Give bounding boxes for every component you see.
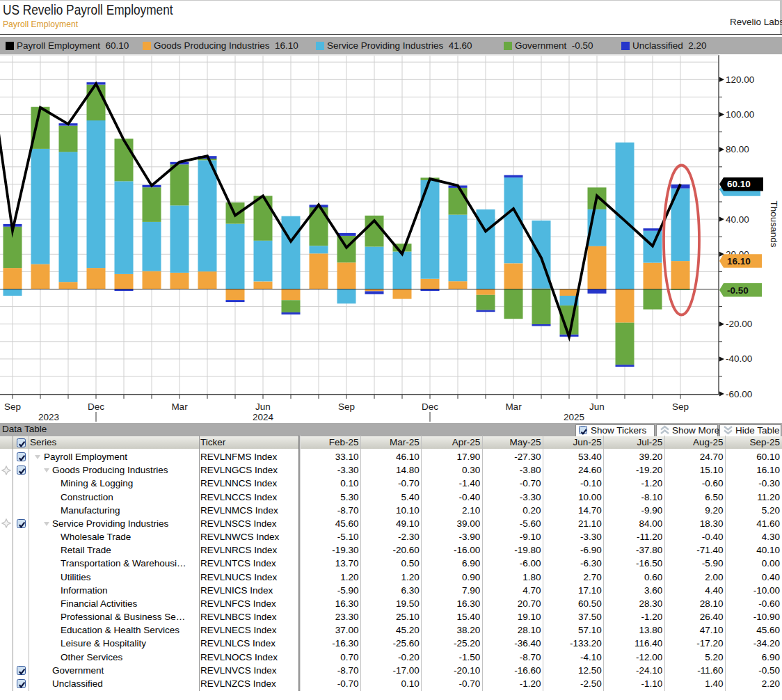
svg-text:-20.00: -20.00	[726, 319, 752, 329]
svg-text:2024: 2024	[253, 412, 274, 422]
svg-text:Mar: Mar	[171, 401, 188, 412]
svg-text:Jun: Jun	[589, 401, 605, 412]
svg-text:Mar: Mar	[505, 401, 522, 412]
svg-text:100.00: 100.00	[726, 109, 754, 120]
svg-text:Jun: Jun	[255, 401, 271, 412]
svg-text:80.00: 80.00	[726, 144, 749, 154]
svg-text:Sep: Sep	[4, 401, 21, 412]
svg-text:40.00: 40.00	[726, 214, 749, 225]
svg-text:16.10: 16.10	[727, 256, 751, 267]
svg-text:2023: 2023	[38, 412, 59, 422]
svg-text:60.10: 60.10	[727, 179, 751, 189]
svg-text:Thousands: Thousands	[769, 201, 779, 248]
svg-text:120.00: 120.00	[726, 74, 754, 85]
svg-text:2025: 2025	[564, 412, 584, 422]
svg-text:Sep: Sep	[338, 401, 355, 412]
svg-text:-40.00: -40.00	[726, 353, 752, 364]
svg-text:-0.50: -0.50	[727, 285, 749, 296]
svg-text:Sep: Sep	[672, 401, 689, 412]
svg-text:Dec: Dec	[422, 401, 438, 412]
svg-text:Dec: Dec	[88, 401, 104, 412]
svg-text:-60.00: -60.00	[726, 389, 752, 399]
